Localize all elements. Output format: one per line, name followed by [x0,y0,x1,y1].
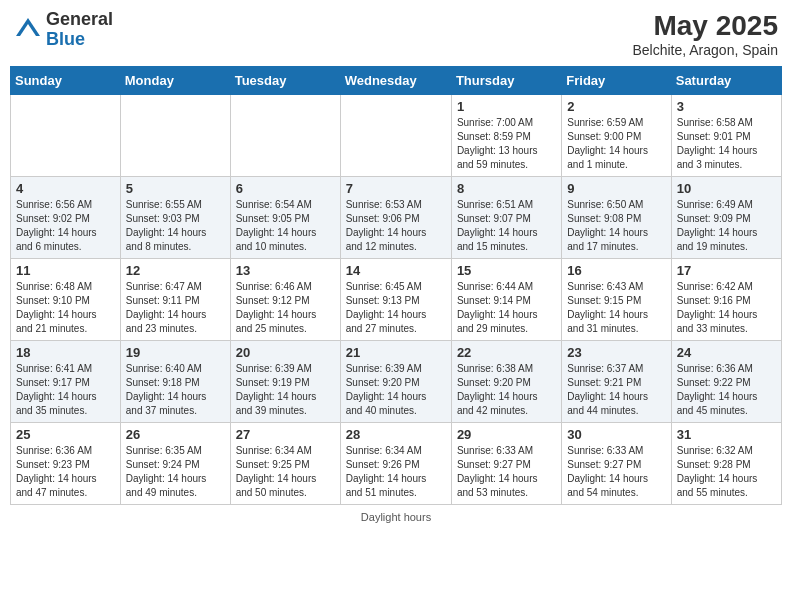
day-info: Sunrise: 6:59 AM Sunset: 9:00 PM Dayligh… [567,116,665,172]
day-info: Sunrise: 6:39 AM Sunset: 9:20 PM Dayligh… [346,362,446,418]
day-number: 14 [346,263,446,278]
calendar-header-row: SundayMondayTuesdayWednesdayThursdayFrid… [11,67,782,95]
calendar-cell: 21Sunrise: 6:39 AM Sunset: 9:20 PM Dayli… [340,341,451,423]
calendar-week-row: 4Sunrise: 6:56 AM Sunset: 9:02 PM Daylig… [11,177,782,259]
day-info: Sunrise: 6:42 AM Sunset: 9:16 PM Dayligh… [677,280,776,336]
day-info: Sunrise: 6:51 AM Sunset: 9:07 PM Dayligh… [457,198,556,254]
day-number: 17 [677,263,776,278]
logo-icon [14,16,42,44]
day-number: 25 [16,427,115,442]
day-number: 16 [567,263,665,278]
calendar-cell: 1Sunrise: 7:00 AM Sunset: 8:59 PM Daylig… [451,95,561,177]
calendar-cell: 24Sunrise: 6:36 AM Sunset: 9:22 PM Dayli… [671,341,781,423]
calendar-cell: 29Sunrise: 6:33 AM Sunset: 9:27 PM Dayli… [451,423,561,505]
weekday-header: Sunday [11,67,121,95]
day-number: 20 [236,345,335,360]
day-info: Sunrise: 6:32 AM Sunset: 9:28 PM Dayligh… [677,444,776,500]
day-info: Sunrise: 6:34 AM Sunset: 9:26 PM Dayligh… [346,444,446,500]
day-info: Sunrise: 6:35 AM Sunset: 9:24 PM Dayligh… [126,444,225,500]
day-number: 23 [567,345,665,360]
title-block: May 2025 Belchite, Aragon, Spain [632,10,778,58]
calendar-table: SundayMondayTuesdayWednesdayThursdayFrid… [10,66,782,505]
day-number: 1 [457,99,556,114]
day-number: 8 [457,181,556,196]
day-info: Sunrise: 6:39 AM Sunset: 9:19 PM Dayligh… [236,362,335,418]
day-number: 10 [677,181,776,196]
calendar-week-row: 11Sunrise: 6:48 AM Sunset: 9:10 PM Dayli… [11,259,782,341]
day-info: Sunrise: 6:41 AM Sunset: 9:17 PM Dayligh… [16,362,115,418]
calendar-cell: 17Sunrise: 6:42 AM Sunset: 9:16 PM Dayli… [671,259,781,341]
calendar-cell: 5Sunrise: 6:55 AM Sunset: 9:03 PM Daylig… [120,177,230,259]
day-info: Sunrise: 6:56 AM Sunset: 9:02 PM Dayligh… [16,198,115,254]
calendar-cell: 28Sunrise: 6:34 AM Sunset: 9:26 PM Dayli… [340,423,451,505]
day-number: 31 [677,427,776,442]
calendar-cell: 18Sunrise: 6:41 AM Sunset: 9:17 PM Dayli… [11,341,121,423]
weekday-header: Saturday [671,67,781,95]
calendar-cell: 31Sunrise: 6:32 AM Sunset: 9:28 PM Dayli… [671,423,781,505]
calendar-cell: 23Sunrise: 6:37 AM Sunset: 9:21 PM Dayli… [562,341,671,423]
calendar-cell [230,95,340,177]
calendar-cell: 13Sunrise: 6:46 AM Sunset: 9:12 PM Dayli… [230,259,340,341]
day-number: 4 [16,181,115,196]
page-header: General Blue May 2025 Belchite, Aragon, … [10,10,782,58]
calendar-cell: 3Sunrise: 6:58 AM Sunset: 9:01 PM Daylig… [671,95,781,177]
day-number: 29 [457,427,556,442]
weekday-header: Friday [562,67,671,95]
day-number: 18 [16,345,115,360]
day-info: Sunrise: 6:34 AM Sunset: 9:25 PM Dayligh… [236,444,335,500]
location-text: Belchite, Aragon, Spain [632,42,778,58]
day-info: Sunrise: 6:58 AM Sunset: 9:01 PM Dayligh… [677,116,776,172]
calendar-cell: 12Sunrise: 6:47 AM Sunset: 9:11 PM Dayli… [120,259,230,341]
logo-blue-text: Blue [46,30,113,50]
day-number: 12 [126,263,225,278]
day-info: Sunrise: 6:40 AM Sunset: 9:18 PM Dayligh… [126,362,225,418]
day-number: 13 [236,263,335,278]
calendar-cell: 26Sunrise: 6:35 AM Sunset: 9:24 PM Dayli… [120,423,230,505]
day-number: 21 [346,345,446,360]
day-info: Sunrise: 6:53 AM Sunset: 9:06 PM Dayligh… [346,198,446,254]
day-info: Sunrise: 6:33 AM Sunset: 9:27 PM Dayligh… [567,444,665,500]
day-number: 19 [126,345,225,360]
logo-general-text: General [46,10,113,30]
day-number: 3 [677,99,776,114]
day-number: 26 [126,427,225,442]
calendar-cell: 25Sunrise: 6:36 AM Sunset: 9:23 PM Dayli… [11,423,121,505]
weekday-header: Monday [120,67,230,95]
day-number: 6 [236,181,335,196]
calendar-cell: 16Sunrise: 6:43 AM Sunset: 9:15 PM Dayli… [562,259,671,341]
calendar-cell: 20Sunrise: 6:39 AM Sunset: 9:19 PM Dayli… [230,341,340,423]
calendar-cell: 9Sunrise: 6:50 AM Sunset: 9:08 PM Daylig… [562,177,671,259]
day-info: Sunrise: 6:50 AM Sunset: 9:08 PM Dayligh… [567,198,665,254]
calendar-cell: 15Sunrise: 6:44 AM Sunset: 9:14 PM Dayli… [451,259,561,341]
day-number: 24 [677,345,776,360]
day-number: 28 [346,427,446,442]
calendar-cell: 27Sunrise: 6:34 AM Sunset: 9:25 PM Dayli… [230,423,340,505]
day-info: Sunrise: 6:38 AM Sunset: 9:20 PM Dayligh… [457,362,556,418]
calendar-week-row: 25Sunrise: 6:36 AM Sunset: 9:23 PM Dayli… [11,423,782,505]
weekday-header: Thursday [451,67,561,95]
day-info: Sunrise: 6:36 AM Sunset: 9:23 PM Dayligh… [16,444,115,500]
month-year-title: May 2025 [632,10,778,42]
calendar-cell: 19Sunrise: 6:40 AM Sunset: 9:18 PM Dayli… [120,341,230,423]
day-info: Sunrise: 6:47 AM Sunset: 9:11 PM Dayligh… [126,280,225,336]
calendar-cell: 30Sunrise: 6:33 AM Sunset: 9:27 PM Dayli… [562,423,671,505]
day-number: 2 [567,99,665,114]
calendar-week-row: 1Sunrise: 7:00 AM Sunset: 8:59 PM Daylig… [11,95,782,177]
day-info: Sunrise: 6:55 AM Sunset: 9:03 PM Dayligh… [126,198,225,254]
calendar-cell: 14Sunrise: 6:45 AM Sunset: 9:13 PM Dayli… [340,259,451,341]
calendar-cell: 8Sunrise: 6:51 AM Sunset: 9:07 PM Daylig… [451,177,561,259]
day-info: Sunrise: 6:44 AM Sunset: 9:14 PM Dayligh… [457,280,556,336]
calendar-cell [120,95,230,177]
day-info: Sunrise: 6:49 AM Sunset: 9:09 PM Dayligh… [677,198,776,254]
day-number: 11 [16,263,115,278]
day-number: 15 [457,263,556,278]
day-info: Sunrise: 6:33 AM Sunset: 9:27 PM Dayligh… [457,444,556,500]
calendar-cell: 10Sunrise: 6:49 AM Sunset: 9:09 PM Dayli… [671,177,781,259]
day-info: Sunrise: 6:37 AM Sunset: 9:21 PM Dayligh… [567,362,665,418]
day-info: Sunrise: 7:00 AM Sunset: 8:59 PM Dayligh… [457,116,556,172]
day-info: Sunrise: 6:36 AM Sunset: 9:22 PM Dayligh… [677,362,776,418]
day-number: 9 [567,181,665,196]
day-number: 7 [346,181,446,196]
day-info: Sunrise: 6:43 AM Sunset: 9:15 PM Dayligh… [567,280,665,336]
calendar-cell: 22Sunrise: 6:38 AM Sunset: 9:20 PM Dayli… [451,341,561,423]
